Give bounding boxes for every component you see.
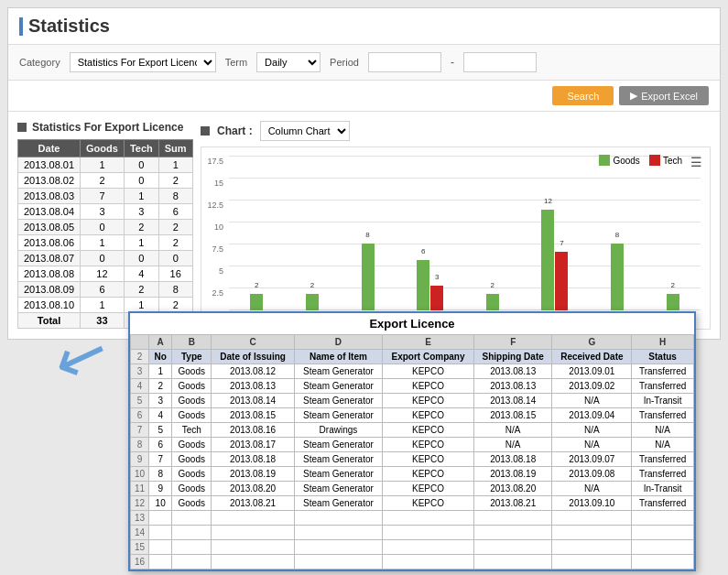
excel-col-headers: A B C D E F G H (131, 335, 694, 350)
excel-empty-row: 14 (131, 526, 694, 540)
category-select[interactable]: Statistics For Export Licence (70, 52, 216, 72)
excel-row: 42Goods2013.08.13Steam GeneratorKEPCO201… (131, 379, 694, 394)
chart-container: 17.5 15 12.5 10 7.5 5 2.5 22863212782 Go (201, 146, 711, 330)
excel-row: 97Goods2013.08.18Steam GeneratorKEPCO201… (131, 452, 694, 467)
excel-empty-row: 16 (131, 555, 694, 570)
stats-row: 2013.08.05022 (18, 220, 193, 235)
excel-row: 1210Goods2013.08.21Steam GeneratorKEPCO2… (131, 496, 694, 511)
excel-row: 108Goods2013.08.19Steam GeneratorKEPCO20… (131, 467, 694, 482)
goods-bar: 2 (667, 294, 679, 310)
excel-row: 75Tech2013.08.16DrawingsKEPCON/AN/AN/A (131, 423, 694, 438)
chart-icon (201, 126, 210, 136)
chart-header: Chart : Column Chart (201, 121, 711, 141)
col-tech: Tech (124, 140, 158, 157)
export-icon: ▶ (630, 90, 637, 102)
category-label: Category (19, 57, 60, 68)
goods-legend-box (599, 155, 610, 166)
goods-bar: 2 (306, 294, 319, 310)
col-sum: Sum (158, 140, 192, 157)
stats-row: 2013.08.01101 (18, 157, 193, 173)
bar-group: 63 (417, 260, 443, 310)
excel-title: Export Licence (130, 313, 694, 334)
stats-title: Statistics For Export Licence (32, 121, 183, 134)
goods-bar: 8 (362, 244, 375, 310)
title-icon (19, 17, 23, 36)
excel-empty-row: 13 (131, 511, 694, 526)
stats-row: 2013.08.10112 (18, 298, 193, 313)
term-select[interactable]: Daily (256, 52, 321, 72)
period-end-input[interactable] (463, 52, 537, 72)
bar-group: 8 (362, 244, 375, 310)
main-panel: Statistics Category Statistics For Expor… (7, 7, 721, 340)
chart-type-select[interactable]: Column Chart (260, 121, 350, 141)
excel-header-row: 2 No Type Date of Issuing Name of Item E… (131, 350, 694, 364)
excel-overlay: Export Licence A B C D E F G H 2 No Type… (128, 311, 696, 571)
period-start-input[interactable] (368, 52, 441, 72)
excel-empty-row: 15 (131, 540, 694, 555)
goods-legend-label: Goods (613, 156, 639, 166)
page-title: Statistics (28, 16, 110, 37)
excel-row: 31Goods2013.08.12Steam GeneratorKEPCO201… (131, 364, 694, 379)
excel-row: 53Goods2013.08.14Steam GeneratorKEPCO201… (131, 394, 694, 408)
goods-bar: 2 (250, 294, 263, 310)
stats-row: 2013.08.0812416 (18, 266, 193, 282)
stats-row: 2013.08.07000 (18, 251, 193, 266)
bar-group: 8 (611, 244, 624, 310)
col-goods: Goods (81, 140, 125, 157)
col-date: Date (18, 140, 81, 157)
export-button[interactable]: ▶ Export Excel (619, 86, 709, 105)
content-area: Statistics For Export Licence Date Goods… (8, 112, 720, 339)
action-bar: Search ▶ Export Excel (8, 81, 720, 112)
stats-row: 2013.08.03718 (18, 189, 193, 204)
tech-legend-box (649, 155, 660, 166)
stats-row: 2013.08.09628 (18, 282, 193, 298)
stats-section: Statistics For Export Licence Date Goods… (17, 121, 191, 330)
term-label: Term (225, 57, 247, 68)
bar-group: 2 (486, 294, 499, 310)
filter-bar: Category Statistics For Export Licence T… (8, 45, 720, 81)
stats-icon (17, 123, 27, 132)
search-button[interactable]: Search (552, 86, 614, 105)
tech-bar: 7 (555, 252, 568, 310)
stats-table: Date Goods Tech Sum 2013.08.011012013.08… (17, 139, 193, 329)
chart-section: Chart : Column Chart (201, 121, 711, 330)
title-bar: Statistics (8, 8, 720, 45)
stats-header: Statistics For Export Licence (17, 121, 191, 134)
chart-title: Chart : (217, 125, 253, 137)
period-label: Period (330, 57, 359, 68)
excel-row: 86Goods2013.08.17Steam GeneratorKEPCON/A… (131, 438, 694, 452)
stats-row: 2013.08.06112 (18, 235, 193, 251)
bars-area: 22863212782 (229, 157, 701, 310)
bar-group: 127 (541, 210, 568, 310)
goods-bar: 8 (611, 244, 624, 310)
bar-group: 2 (306, 294, 319, 310)
stats-row: 2013.08.04336 (18, 204, 193, 220)
excel-row: 119Goods2013.08.20Steam GeneratorKEPCO20… (131, 482, 694, 496)
stats-header-row: Date Goods Tech Sum (18, 140, 193, 157)
goods-bar: 6 (417, 260, 429, 310)
excel-table: A B C D E F G H 2 No Type Date of Issuin… (130, 334, 694, 570)
bar-group: 2 (250, 294, 263, 310)
chart-legend: Goods Tech (599, 155, 682, 166)
chart-menu-icon[interactable]: ☰ (690, 155, 702, 169)
y-axis: 17.5 15 12.5 10 7.5 5 2.5 (201, 157, 227, 310)
excel-row: 64Goods2013.08.15Steam GeneratorKEPCO201… (131, 408, 694, 423)
bar-group: 2 (667, 294, 679, 310)
tech-bar: 3 (430, 286, 443, 310)
tech-legend-label: Tech (663, 156, 682, 166)
goods-bar: 2 (486, 294, 499, 310)
goods-bar: 12 (541, 210, 554, 310)
stats-row: 2013.08.02202 (18, 173, 193, 189)
